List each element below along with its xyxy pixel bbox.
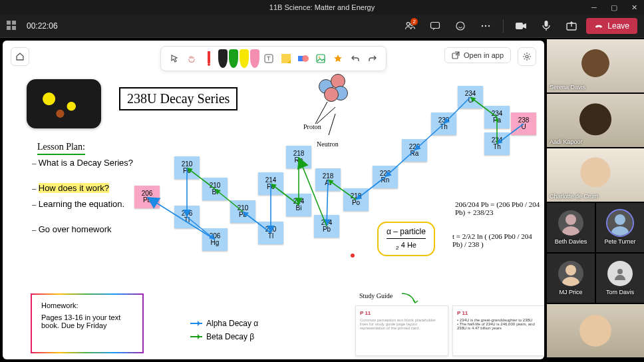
decay-note-230Th[interactable]: 230Th <box>431 112 456 135</box>
pointer-tool[interactable] <box>166 51 182 67</box>
svg-rect-7 <box>516 23 523 29</box>
decay-note-206Tl[interactable]: 206Tl <box>174 206 200 228</box>
text-tool[interactable]: T <box>261 51 277 67</box>
legend-beta: Beta Decay β <box>190 332 254 341</box>
study-guide-label: Study Guide <box>359 292 393 299</box>
favorite-tool[interactable] <box>330 51 346 67</box>
rock-image[interactable] <box>27 79 101 128</box>
svg-point-62 <box>565 214 576 225</box>
svg-point-64 <box>615 214 625 225</box>
window-maximize[interactable]: ▢ <box>604 0 624 15</box>
svg-point-4 <box>482 25 483 27</box>
participant-tile[interactable]: Pete Turner <box>596 203 644 252</box>
svg-point-6 <box>488 25 490 27</box>
pen-black-tool[interactable] <box>218 49 228 68</box>
study-guide-arrow <box>401 292 420 305</box>
decay-note-210Pb[interactable]: 210Pb <box>230 200 255 223</box>
study-guide-card-1[interactable]: P 11 Common perception text block placeh… <box>355 305 448 356</box>
decay-note-218Rn[interactable]: 218Rn <box>286 146 311 168</box>
svg-rect-17 <box>317 55 325 63</box>
alpha-particle-box[interactable]: α – particle 2 4 He <box>377 222 435 256</box>
decay-note-222Rn[interactable]: 222Rn <box>373 166 398 188</box>
participant-tile[interactable]: Charlotte de Crum <box>547 148 644 202</box>
laser-dot <box>351 254 355 258</box>
decay-note-218Po[interactable]: 218Po <box>343 188 369 211</box>
pan-tool[interactable] <box>184 51 200 67</box>
decay-note-214Po[interactable]: 214Po <box>258 172 283 195</box>
decay-note-218At[interactable]: 218At <box>315 168 341 191</box>
lesson-plan-header: Lesson Plan: <box>37 142 85 155</box>
decay-note-206Pb[interactable]: 206Pb <box>134 186 160 208</box>
highlighter-yellow-tool[interactable] <box>240 49 249 68</box>
decay-note-234Pa[interactable]: 234Pa <box>484 106 510 128</box>
lesson-item-3: – Learning the equation. <box>32 199 124 210</box>
svg-line-22 <box>317 107 335 124</box>
mic-button[interactable] <box>536 17 557 35</box>
svg-line-21 <box>315 102 327 124</box>
whiteboard-canvas[interactable]: T Open in app 238U Decay Series <box>3 41 544 359</box>
svg-text:T: T <box>267 55 271 62</box>
decay-note-206Hg[interactable]: 206Hg <box>202 228 228 251</box>
neutron-label: Neutron <box>317 140 339 148</box>
avatar <box>558 210 583 236</box>
pen-green-tool[interactable] <box>229 49 238 68</box>
redo-button[interactable] <box>365 51 381 67</box>
people-button[interactable]: 2 <box>399 17 420 35</box>
whiteboard-content: 238U Decay Series Lesson Plan: – What is… <box>3 41 544 359</box>
participant-tile[interactable] <box>547 304 644 357</box>
shapes-tool[interactable] <box>295 51 311 67</box>
atom-pointer-lines <box>302 87 349 140</box>
svg-point-63 <box>562 226 579 236</box>
meeting-toolbar: 00:22:06 2 Leave <box>0 15 644 38</box>
toolbar-divider <box>503 19 504 33</box>
green-arrow-icon <box>190 336 202 337</box>
formula-1: 206/204 Pb = (206 Pb0 / 204 Pb) + 238/23 <box>455 200 542 216</box>
laser-tool[interactable] <box>201 51 217 67</box>
participant-tile[interactable]: Aadi Kapoor <box>547 94 644 147</box>
camera-button[interactable] <box>510 17 532 35</box>
lesson-item-1: – What is a Decay Series? <box>32 158 133 168</box>
decay-note-210Tl[interactable]: 210Tl <box>258 222 283 244</box>
image-tool[interactable] <box>313 51 329 67</box>
leave-button[interactable]: Leave <box>586 18 637 34</box>
window-title: 11B Science: Matter and Energy <box>269 3 375 11</box>
leave-label: Leave <box>607 21 629 31</box>
participant-tile[interactable]: Tom Davis <box>596 254 644 303</box>
participant-tile[interactable]: Beth Davies <box>547 203 595 252</box>
decay-note-210Po[interactable]: 210Po <box>174 156 200 179</box>
decay-note-214Pb[interactable]: 214Pb <box>314 215 339 238</box>
decay-note-234Th[interactable]: 234Th <box>484 132 510 155</box>
svg-point-68 <box>617 269 623 274</box>
decay-note-214Bi[interactable]: 214Bi <box>286 194 311 216</box>
proton-label: Proton <box>303 123 321 130</box>
svg-point-5 <box>485 25 486 27</box>
chat-button[interactable] <box>424 17 446 35</box>
share-button[interactable] <box>561 17 582 35</box>
more-button[interactable] <box>475 17 496 35</box>
people-badge: 2 <box>410 18 418 25</box>
participant-tile[interactable]: Serena Davis <box>547 39 644 92</box>
svg-point-67 <box>562 277 579 286</box>
homework-text: Pages 13-16 in your text book. Due by Fr… <box>41 313 133 329</box>
avatar <box>558 261 583 286</box>
svg-line-23 <box>329 114 335 135</box>
participants-panel: Serena Davis Aadi Kapoor Charlotte de Cr… <box>547 38 644 362</box>
sticky-note-tool[interactable] <box>278 51 294 67</box>
participant-tile[interactable]: MJ Price <box>547 254 595 303</box>
svg-point-11 <box>208 63 210 66</box>
study-guide-card-2[interactable]: P 11 • 234U is the great-granddaughter t… <box>452 305 544 356</box>
decay-note-226Ra[interactable]: 226Ra <box>402 139 427 162</box>
decay-note-234U[interactable]: 234U <box>458 86 483 108</box>
svg-rect-10 <box>208 51 210 63</box>
svg-point-18 <box>319 57 320 58</box>
decay-note-210Bi[interactable]: 210Bi <box>202 178 228 200</box>
window-close[interactable]: ✕ <box>624 0 644 15</box>
highlighter-pink-tool[interactable] <box>250 49 259 68</box>
board-title[interactable]: 238U Decay Series <box>119 87 238 110</box>
homework-cloud[interactable]: Homework: Pages 13-16 in your text book.… <box>31 293 144 353</box>
reactions-button[interactable] <box>450 17 471 35</box>
decay-note-238U[interactable]: 238U <box>511 112 536 135</box>
apps-grid-icon[interactable] <box>7 21 17 31</box>
window-minimize[interactable]: ─ <box>584 0 604 15</box>
undo-button[interactable] <box>347 51 363 67</box>
